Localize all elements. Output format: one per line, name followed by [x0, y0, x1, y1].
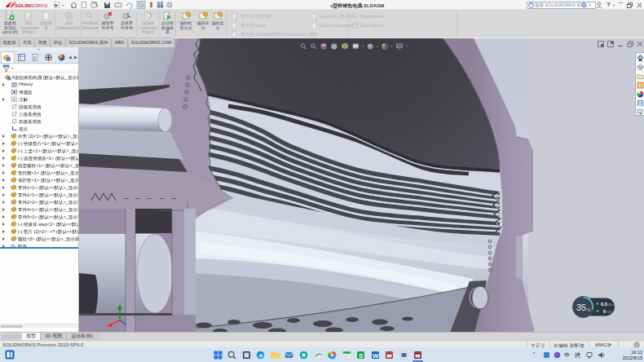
svg-text:WORKS: WORKS [29, 3, 48, 8]
svg-text:KB/s: KB/s [607, 311, 614, 314]
svg-text:1: 1 [125, 14, 127, 19]
svg-text:β: β [33, 55, 37, 60]
svg-text:0.3: 0.3 [601, 302, 607, 307]
svg-text:1: 1 [105, 14, 108, 19]
svg-text:%: % [587, 307, 591, 312]
svg-text:35: 35 [576, 302, 586, 312]
svg-text:?: ? [530, 3, 532, 7]
svg-text:W: W [373, 352, 379, 360]
svg-text:KB/s: KB/s [607, 303, 614, 307]
svg-text:S: S [359, 352, 364, 360]
svg-text:0: 0 [603, 309, 606, 314]
svg-text:SOLID: SOLID [15, 3, 30, 8]
